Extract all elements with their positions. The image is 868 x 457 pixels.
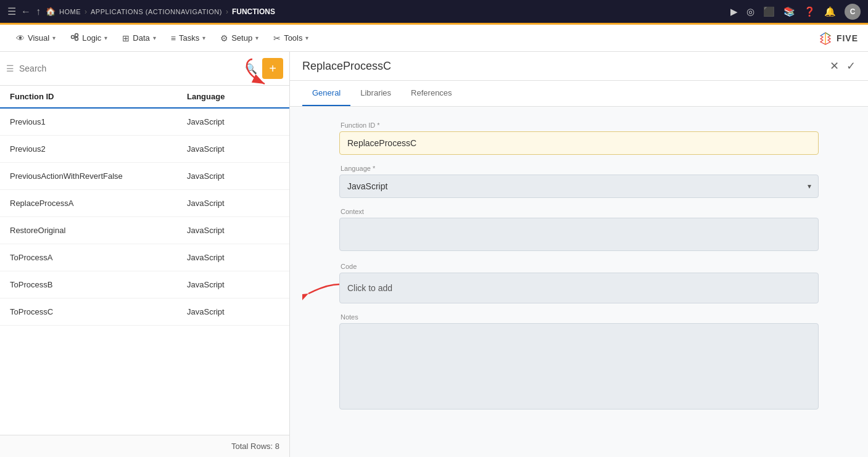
confirm-icon[interactable]: ✓: [846, 59, 856, 73]
setup-arrow: ▾: [255, 35, 258, 41]
filter-icon[interactable]: ☰: [6, 64, 14, 73]
hamburger-icon[interactable]: ☰: [7, 6, 16, 17]
table-row[interactable]: ToProcessA JavaScript: [0, 244, 289, 271]
menu-visual[interactable]: 👁 Visual ▾: [10, 30, 62, 47]
tab-general[interactable]: General: [302, 81, 350, 106]
data-arrow: ▾: [153, 35, 156, 41]
setup-icon: ⚙: [220, 33, 228, 43]
context-label: Context: [339, 208, 819, 215]
row-language: JavaScript: [187, 117, 279, 126]
forward-icon[interactable]: ↑: [36, 6, 41, 17]
logic-arrow: ▾: [104, 35, 107, 41]
row-function-id: Previous2: [10, 144, 187, 154]
logo-text: FIVE: [837, 33, 858, 43]
total-rows-label: Total Rows: 8: [231, 442, 279, 451]
table-row[interactable]: RestoreOriginal JavaScript: [0, 217, 289, 244]
code-placeholder: Click to add: [347, 283, 392, 293]
row-function-id: PreviousActionWithRevertFalse: [10, 171, 187, 181]
logo: FIVE: [818, 31, 858, 46]
bell-icon[interactable]: 🔔: [824, 6, 836, 17]
visual-icon: 👁: [16, 33, 25, 43]
notes-label: Notes: [339, 313, 819, 321]
avatar[interactable]: C: [845, 4, 861, 20]
language-select[interactable]: JavaScript TypeScript Python: [339, 175, 819, 198]
table-row[interactable]: ToProcessB JavaScript: [0, 271, 289, 298]
row-function-id: ToProcessC: [10, 307, 187, 316]
search-input[interactable]: [19, 64, 240, 73]
play-icon[interactable]: ▶: [730, 6, 738, 17]
svg-point-2: [75, 38, 78, 41]
context-input[interactable]: [339, 218, 819, 251]
row-language: JavaScript: [187, 199, 279, 208]
menu-tasks-label: Tasks: [179, 33, 199, 43]
top-bar-right: ▶ ◎ ⬛ 📚 ❓ 🔔 C: [730, 4, 861, 20]
tasks-icon: ≡: [171, 33, 176, 43]
table-row[interactable]: PreviousActionWithRevertFalse JavaScript: [0, 163, 289, 190]
code-label: Code: [339, 263, 819, 270]
menu-tasks[interactable]: ≡ Tasks ▾: [165, 30, 212, 47]
form-container: Function ID Language JavaScript TypeScri…: [290, 107, 868, 457]
row-function-id: ToProcessA: [10, 253, 187, 262]
code-field: Code Click to add: [339, 263, 819, 303]
function-id-input[interactable]: [339, 131, 819, 155]
nav-current: FUNCTIONS: [232, 7, 275, 16]
row-language: JavaScript: [187, 171, 279, 181]
top-bar-left: ☰ ← ↑ 🏠 HOME › APPLICATIONS (ACTIONNAVIG…: [7, 6, 724, 17]
function-id-label: Function ID: [339, 121, 819, 129]
notes-field: Notes: [339, 313, 819, 411]
row-function-id: Previous1: [10, 117, 187, 126]
col-header-function-id: Function ID: [10, 92, 187, 101]
language-select-wrap: JavaScript TypeScript Python ▾: [339, 175, 819, 198]
menu-tools[interactable]: ✂ Tools ▾: [267, 30, 315, 47]
home-icon: 🏠: [46, 7, 56, 16]
search-globe-icon[interactable]: ◎: [746, 6, 754, 17]
stop-icon[interactable]: ⬛: [763, 6, 775, 17]
right-title: ReplaceProcessC: [302, 60, 391, 73]
tools-arrow: ▾: [305, 35, 308, 41]
table-row[interactable]: Previous1 JavaScript: [0, 109, 289, 136]
right-actions: ✕ ✓: [830, 59, 856, 73]
top-bar: ☰ ← ↑ 🏠 HOME › APPLICATIONS (ACTIONNAVIG…: [0, 0, 868, 25]
nav-sep-2: ›: [226, 7, 228, 16]
notes-input[interactable]: [339, 323, 819, 410]
main-container: ☰ 🔍 + Function ID Language Pr: [0, 52, 868, 457]
menu-visual-label: Visual: [28, 33, 49, 43]
svg-point-1: [75, 34, 78, 37]
back-icon[interactable]: ←: [21, 6, 31, 17]
table-row[interactable]: ToProcessC JavaScript: [0, 298, 289, 326]
nav-sep-1: ›: [85, 7, 87, 16]
row-language: JavaScript: [187, 226, 279, 235]
row-function-id: RestoreOriginal: [10, 226, 187, 235]
menu-setup[interactable]: ⚙ Setup ▾: [214, 30, 265, 47]
svg-line-3: [75, 36, 76, 36]
context-field: Context: [339, 208, 819, 253]
menu-tools-label: Tools: [284, 33, 302, 43]
tasks-arrow: ▾: [202, 35, 205, 41]
table-body: Previous1 JavaScript Previous2 JavaScrip…: [0, 109, 289, 435]
svg-line-4: [75, 38, 76, 38]
nav-home[interactable]: HOME: [59, 8, 81, 15]
menu-setup-label: Setup: [231, 33, 252, 43]
language-label: Language: [339, 165, 819, 172]
book-icon[interactable]: 📚: [783, 6, 795, 17]
code-area[interactable]: Click to add: [339, 273, 819, 303]
table-row[interactable]: ReplaceProcessA JavaScript: [0, 190, 289, 217]
table-header: Function ID Language: [0, 86, 289, 109]
search-icon[interactable]: 🔍: [245, 63, 257, 75]
tab-references[interactable]: References: [401, 81, 461, 106]
menu-logic[interactable]: Logic ▾: [64, 29, 114, 47]
visual-arrow: ▾: [52, 35, 56, 41]
help-icon[interactable]: ❓: [804, 6, 816, 17]
tab-libraries[interactable]: Libraries: [350, 81, 401, 106]
row-language: JavaScript: [187, 144, 279, 154]
menu-data[interactable]: ⊞ Data ▾: [116, 30, 162, 47]
nav-app[interactable]: APPLICATIONS (ACTIONNAVIGATION): [91, 8, 222, 15]
table-footer: Total Rows: 8: [0, 435, 289, 457]
tools-icon: ✂: [273, 33, 281, 43]
breadcrumb: 🏠 HOME › APPLICATIONS (ACTIONNAVIGATION)…: [46, 7, 275, 16]
add-button[interactable]: +: [262, 58, 283, 79]
row-language: JavaScript: [187, 280, 279, 289]
close-icon[interactable]: ✕: [830, 59, 839, 73]
row-language: JavaScript: [187, 253, 279, 262]
table-row[interactable]: Previous2 JavaScript: [0, 136, 289, 163]
